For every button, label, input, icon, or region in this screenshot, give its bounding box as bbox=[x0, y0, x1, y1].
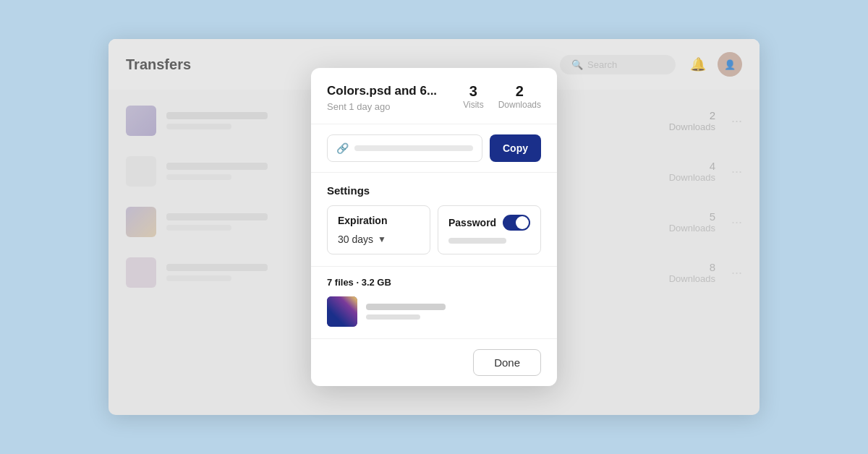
password-header: Password bbox=[448, 215, 530, 231]
password-toggle[interactable] bbox=[503, 215, 530, 231]
link-bar bbox=[354, 145, 473, 151]
file-preview-thumbnail bbox=[327, 296, 357, 327]
link-input[interactable]: 🔗 bbox=[327, 134, 482, 162]
file-preview-item bbox=[327, 296, 541, 327]
expiration-value: 30 days bbox=[338, 234, 373, 245]
link-row: 🔗 Copy bbox=[311, 124, 557, 173]
copy-button[interactable]: Copy bbox=[490, 134, 541, 162]
password-label: Password bbox=[448, 217, 496, 228]
files-count: 7 files · 3.2 GB bbox=[327, 277, 391, 288]
modal-title-section: Colors.psd and 6... Sent 1 day ago bbox=[327, 84, 451, 112]
settings-title: Settings bbox=[327, 184, 541, 197]
expiration-card: Expiration 30 days ▼ bbox=[327, 205, 430, 254]
settings-row: Expiration 30 days ▼ Password bbox=[327, 205, 541, 254]
modal-dialog: Colors.psd and 6... Sent 1 day ago 3 Vis… bbox=[311, 68, 557, 386]
link-icon: 🔗 bbox=[336, 142, 349, 154]
modal-header: Colors.psd and 6... Sent 1 day ago 3 Vis… bbox=[311, 68, 557, 124]
visits-stat: 3 Visits bbox=[463, 84, 483, 110]
modal-title: Colors.psd and 6... bbox=[327, 84, 451, 98]
expiration-label: Expiration bbox=[338, 215, 387, 226]
files-header: 7 files · 3.2 GB bbox=[327, 277, 541, 288]
file-preview-meta-bar bbox=[366, 314, 420, 320]
password-bar bbox=[448, 238, 506, 244]
expiration-header: Expiration bbox=[338, 215, 420, 226]
downloads-label: Downloads bbox=[498, 100, 541, 110]
expiration-select[interactable]: 30 days ▼ bbox=[338, 234, 420, 245]
visits-label: Visits bbox=[463, 100, 483, 110]
modal-overlay: Colors.psd and 6... Sent 1 day ago 3 Vis… bbox=[109, 39, 760, 415]
done-button[interactable]: Done bbox=[473, 349, 541, 376]
visits-number: 3 bbox=[463, 84, 483, 98]
chevron-down-icon: ▼ bbox=[378, 234, 386, 244]
downloads-stat: 2 Downloads bbox=[498, 84, 541, 110]
app-window: Transfers 🔍 Search 🔔 👤 2 Downloads ··· bbox=[109, 39, 760, 415]
files-section: 7 files · 3.2 GB bbox=[311, 267, 557, 338]
settings-section: Settings Expiration 30 days ▼ bbox=[311, 173, 557, 267]
file-preview-name-bar bbox=[366, 304, 446, 310]
modal-footer: Done bbox=[311, 338, 557, 386]
modal-subtitle: Sent 1 day ago bbox=[327, 101, 451, 112]
file-preview-info bbox=[366, 304, 541, 320]
modal-stats: 3 Visits 2 Downloads bbox=[463, 84, 541, 110]
password-card: Password bbox=[438, 205, 541, 254]
downloads-number: 2 bbox=[498, 84, 541, 98]
